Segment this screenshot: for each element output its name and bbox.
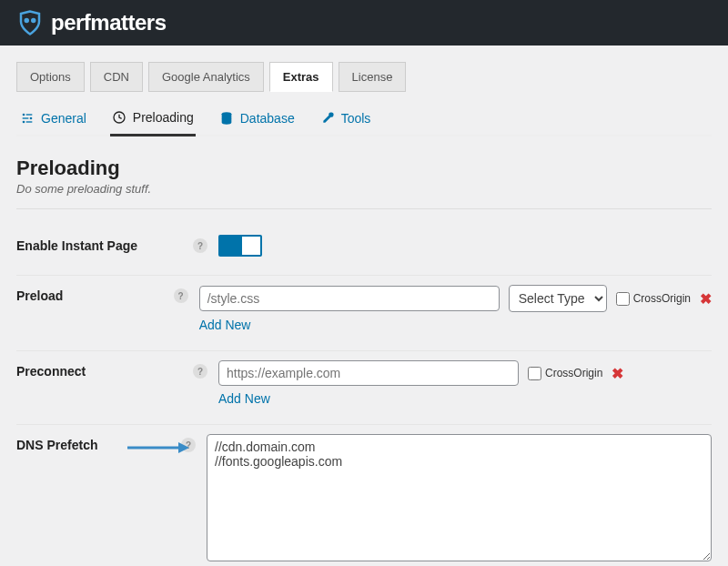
svg-point-2 bbox=[23, 113, 25, 116]
preload-url-input[interactable] bbox=[199, 286, 500, 311]
dns-prefetch-textarea[interactable] bbox=[207, 434, 712, 561]
brand-name: perfmatters bbox=[51, 10, 167, 35]
brand-logo: perfmatters bbox=[16, 9, 167, 36]
preconnect-label: Preconnect bbox=[16, 364, 86, 379]
database-icon bbox=[219, 111, 234, 126]
row-preconnect: Preconnect ? CrossOrigin ✖ Add New bbox=[16, 351, 712, 425]
row-preload: Preload ? Select Type CrossOrigin ✖ Add … bbox=[16, 276, 712, 351]
subtab-database[interactable]: Database bbox=[217, 105, 297, 135]
subtab-label: Database bbox=[240, 111, 295, 126]
tab-license[interactable]: License bbox=[339, 62, 407, 92]
tab-extras[interactable]: Extras bbox=[269, 62, 333, 92]
sliders-icon bbox=[20, 111, 35, 126]
divider bbox=[16, 208, 712, 209]
subtab-label: Preloading bbox=[133, 110, 194, 125]
help-icon[interactable]: ? bbox=[193, 238, 207, 253]
subtab-tools[interactable]: Tools bbox=[318, 105, 373, 135]
preload-label: Preload bbox=[16, 288, 63, 303]
svg-rect-3 bbox=[26, 114, 33, 115]
tab-cdn[interactable]: CDN bbox=[90, 62, 143, 92]
subtab-preloading[interactable]: Preloading bbox=[110, 105, 196, 136]
instant-page-label: Enable Instant Page bbox=[16, 238, 137, 253]
preconnect-crossorigin-checkbox[interactable] bbox=[528, 367, 541, 380]
row-dns-prefetch: DNS Prefetch ? bbox=[16, 425, 712, 566]
svg-point-0 bbox=[25, 19, 28, 22]
subtab-general[interactable]: General bbox=[18, 105, 88, 135]
preload-add-new[interactable]: Add New bbox=[199, 318, 712, 332]
preconnect-crossorigin[interactable]: CrossOrigin bbox=[528, 367, 602, 380]
tab-options[interactable]: Options bbox=[16, 62, 85, 92]
svg-point-1 bbox=[32, 19, 35, 22]
preconnect-url-input[interactable] bbox=[218, 360, 519, 386]
instant-page-toggle[interactable] bbox=[218, 235, 262, 257]
remove-icon[interactable]: ✖ bbox=[612, 365, 623, 382]
secondary-tabs: General Preloading Database Tools bbox=[16, 105, 712, 136]
svg-point-6 bbox=[23, 120, 25, 123]
perfmatters-logo-icon bbox=[16, 9, 44, 36]
preload-type-select[interactable]: Select Type bbox=[509, 285, 607, 312]
subtab-label: Tools bbox=[341, 111, 371, 126]
row-instant-page: Enable Instant Page ? bbox=[16, 226, 712, 276]
svg-point-4 bbox=[30, 116, 33, 119]
primary-tabs: Options CDN Google Analytics Extras Lice… bbox=[16, 62, 712, 92]
page-title: Preloading bbox=[16, 157, 712, 180]
remove-icon[interactable]: ✖ bbox=[700, 290, 712, 308]
preload-crossorigin-checkbox[interactable] bbox=[616, 292, 630, 306]
arrow-annotation-icon bbox=[126, 439, 189, 457]
subtab-label: General bbox=[41, 111, 86, 126]
svg-rect-5 bbox=[23, 117, 29, 118]
app-header: perfmatters bbox=[0, 0, 728, 45]
help-icon[interactable]: ? bbox=[174, 288, 188, 303]
preconnect-add-new[interactable]: Add New bbox=[218, 391, 712, 406]
help-icon[interactable]: ? bbox=[193, 364, 207, 379]
tab-google-analytics[interactable]: Google Analytics bbox=[148, 62, 264, 92]
svg-marker-11 bbox=[178, 442, 189, 453]
preload-crossorigin[interactable]: CrossOrigin bbox=[616, 292, 691, 306]
wrench-icon bbox=[320, 111, 335, 126]
clock-icon bbox=[112, 110, 126, 125]
svg-rect-7 bbox=[26, 121, 33, 122]
dns-prefetch-label: DNS Prefetch bbox=[16, 438, 97, 452]
page-subtitle: Do some preloading stuff. bbox=[16, 182, 712, 196]
